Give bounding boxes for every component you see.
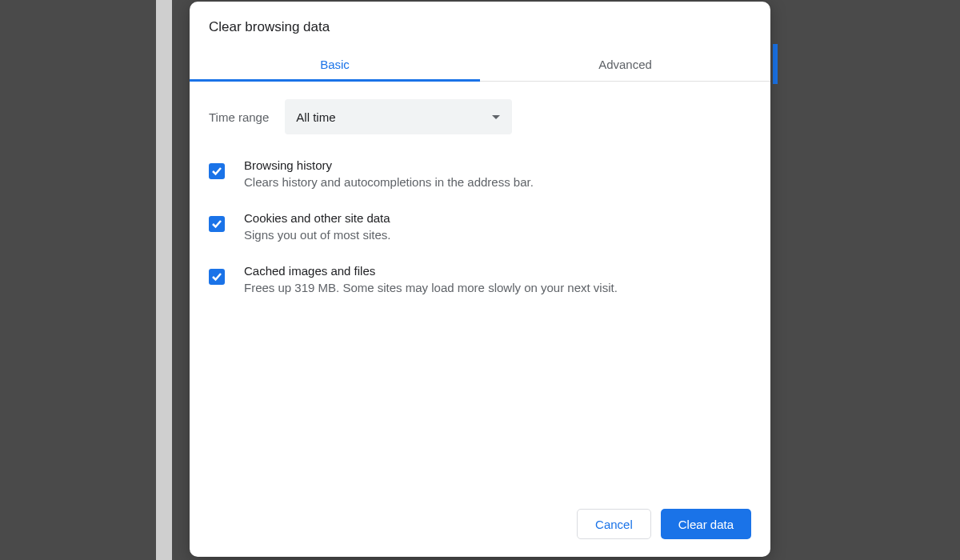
option-desc: Frees up 319 MB. Some sites may load mor… xyxy=(244,281,751,294)
clear-data-button[interactable]: Clear data xyxy=(661,509,751,539)
option-text: Browsing history Clears history and auto… xyxy=(244,158,751,189)
backdrop-strip xyxy=(156,0,172,560)
option-cached: Cached images and files Frees up 319 MB.… xyxy=(209,264,751,294)
timerange-value: All time xyxy=(296,110,335,124)
option-cookies: Cookies and other site data Signs you ou… xyxy=(209,211,751,242)
clear-browsing-data-dialog: Clear browsing data Basic Advanced Time … xyxy=(190,2,770,557)
option-title: Browsing history xyxy=(244,158,751,172)
cancel-button[interactable]: Cancel xyxy=(577,509,651,539)
option-text: Cookies and other site data Signs you ou… xyxy=(244,211,751,242)
checkbox-cookies[interactable] xyxy=(209,216,225,232)
tab-basic[interactable]: Basic xyxy=(190,46,480,81)
chevron-down-icon xyxy=(491,110,501,124)
option-title: Cookies and other site data xyxy=(244,211,751,225)
tabs: Basic Advanced xyxy=(190,46,770,82)
checkbox-cached[interactable] xyxy=(209,269,225,285)
option-desc: Signs you out of most sites. xyxy=(244,228,751,242)
timerange-select[interactable]: All time xyxy=(285,99,512,134)
option-browsing-history: Browsing history Clears history and auto… xyxy=(209,158,751,189)
option-title: Cached images and files xyxy=(244,264,751,278)
tab-advanced[interactable]: Advanced xyxy=(480,46,770,81)
dialog-footer: Cancel Clear data xyxy=(190,494,770,557)
checkbox-browsing-history[interactable] xyxy=(209,163,225,179)
backdrop-accent xyxy=(773,44,778,84)
timerange-label: Time range xyxy=(209,110,269,124)
dialog-title: Clear browsing data xyxy=(190,2,770,46)
option-text: Cached images and files Frees up 319 MB.… xyxy=(244,264,751,294)
dialog-body: Time range All time Browsing history Cle… xyxy=(190,82,770,494)
timerange-row: Time range All time xyxy=(209,99,751,134)
option-desc: Clears history and autocompletions in th… xyxy=(244,175,751,189)
